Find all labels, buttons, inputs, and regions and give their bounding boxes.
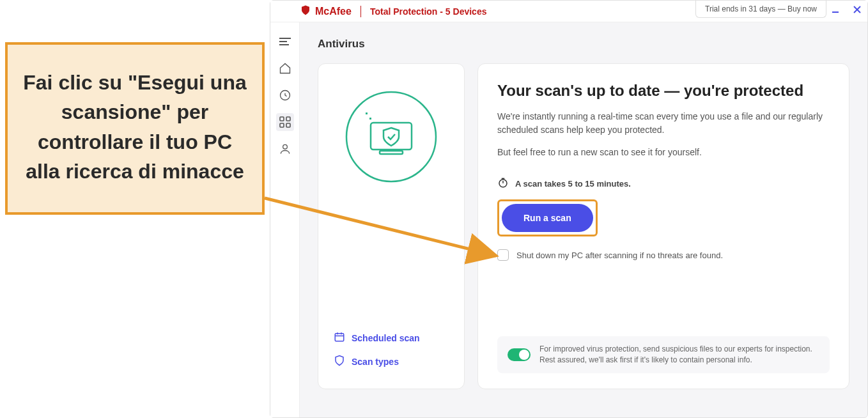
cards-row: Scheduled scan Scan types Your scan's up… [318,63,849,389]
run-scan-highlight: Run a scan [497,199,598,236]
page-title: Antivirus [318,38,849,50]
protection-icon[interactable] [276,86,294,104]
apps-icon[interactable] [276,113,294,131]
timer-icon [497,177,509,190]
svg-rect-9 [286,117,290,121]
home-icon[interactable] [276,59,294,77]
svg-rect-15 [380,151,403,154]
svg-rect-18 [335,334,344,341]
scan-illustration [334,86,449,188]
shield-icon [334,355,345,368]
menu-icon[interactable] [276,33,294,50]
svg-point-12 [283,144,287,149]
shutdown-option-row: Shut down my PC after scanning if no thr… [497,249,830,261]
svg-point-13 [346,92,436,182]
run-scan-button[interactable]: Run a scan [502,204,593,232]
trial-notice[interactable]: Trial ends in 31 days — Buy now [695,1,826,18]
svg-rect-17 [369,118,371,120]
scheduled-scan-label: Scheduled scan [352,333,420,343]
brand-name: McAfee [315,6,352,17]
file-submit-toggle[interactable] [508,348,531,361]
product-name: Total Protection - 5 Devices [370,6,487,17]
scan-paragraph-2: But feel free to run a new scan to see i… [497,146,830,159]
file-submit-text: For improved virus protection, send susp… [539,344,819,366]
brand: McAfee Total Protection - 5 Devices [300,4,486,19]
mcafee-shield-icon [300,4,311,19]
scan-heading: Your scan's up to date — you're protecte… [497,82,830,100]
file-submit-strip: For improved virus protection, send susp… [497,336,830,373]
shutdown-label: Shut down my PC after scanning if no thr… [516,251,723,260]
scan-paragraph-1: We're instantly running a real-time scan… [497,110,830,137]
content-area: Antivirus [300,22,867,417]
left-card-links: Scheduled scan Scan types [334,313,449,373]
annotation-callout: Fai clic su "Esegui una scansione" per c… [5,42,265,215]
shutdown-checkbox[interactable] [497,249,509,261]
calendar-icon [334,331,345,344]
scan-duration-row: A scan takes 5 to 15 minutes. [497,177,830,190]
svg-rect-10 [280,123,284,127]
scan-types-link[interactable]: Scan types [334,350,449,373]
account-icon[interactable] [276,140,294,158]
scan-status-card: Scheduled scan Scan types [318,63,465,389]
svg-rect-11 [286,123,290,127]
annotation-text: Fai clic su "Esegui una scansione" per c… [20,68,249,187]
minimize-button[interactable] [830,4,841,15]
scan-duration-text: A scan takes 5 to 15 minutes. [515,179,631,189]
svg-rect-8 [280,117,284,121]
window-controls [830,4,862,15]
sidebar [270,22,300,417]
close-button[interactable] [852,4,862,15]
app-window: McAfee Total Protection - 5 Devices Tria… [270,0,868,418]
titlebar: McAfee Total Protection - 5 Devices Tria… [270,1,867,22]
scheduled-scan-link[interactable]: Scheduled scan [334,326,449,350]
scan-types-label: Scan types [352,357,399,367]
svg-rect-16 [366,112,368,114]
scan-main-card: Your scan's up to date — you're protecte… [477,63,849,389]
brand-separator [360,6,361,17]
